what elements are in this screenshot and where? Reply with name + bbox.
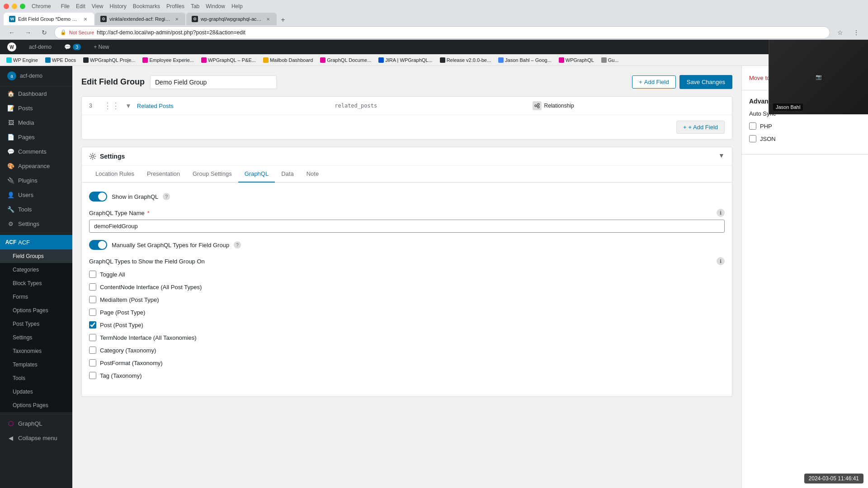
back-button[interactable]: ←: [5, 26, 18, 39]
site-name-item[interactable]: acf-demo: [25, 40, 55, 54]
manually-set-help[interactable]: ?: [234, 241, 241, 249]
wp-logo-item[interactable]: W: [4, 40, 20, 54]
show-in-graphql-help[interactable]: ?: [163, 193, 170, 200]
settings-header[interactable]: Settings ▲: [82, 147, 732, 166]
browser-menu-edit[interactable]: Edit: [76, 3, 85, 9]
tab-presentation[interactable]: Presentation: [141, 166, 186, 183]
checkbox-label-page[interactable]: Page (Post Type): [100, 309, 145, 316]
bookmark-wpgraphql[interactable]: WPGraphQL: [556, 56, 597, 64]
auto-sync-php-checkbox[interactable]: [749, 122, 756, 130]
close-dot[interactable]: [4, 4, 9, 9]
drag-handle[interactable]: ⋮⋮: [104, 102, 120, 110]
sidebar-item-templates[interactable]: Templates: [0, 358, 72, 371]
minimize-dot[interactable]: [12, 4, 17, 9]
manually-set-toggle[interactable]: [89, 240, 107, 250]
reload-button[interactable]: ↻: [38, 26, 51, 39]
browser-tab-2[interactable]: ⚙ vinkla/extended-acf: Registe... ✕: [95, 13, 185, 25]
address-bar[interactable]: 🔒 Not Secure http://acf-demo.local/wp-ad…: [54, 26, 830, 39]
bookmark-employee[interactable]: Employee Experie...: [140, 56, 196, 64]
sidebar-item-comments[interactable]: 💬 Comments: [0, 144, 72, 159]
show-in-graphql-toggle[interactable]: [89, 192, 107, 202]
tab-close-1[interactable]: ✕: [82, 16, 89, 22]
browser-menu-window[interactable]: Window: [206, 3, 225, 9]
tab-location-rules[interactable]: Location Rules: [89, 166, 141, 183]
add-field-inline-button[interactable]: + + Add Field: [676, 121, 725, 134]
save-changes-button[interactable]: Save Changes: [679, 75, 732, 89]
checkbox-post-format[interactable]: [89, 359, 96, 366]
graphql-types-info[interactable]: ℹ: [717, 257, 725, 265]
browser-menu-bookmarks[interactable]: Bookmarks: [133, 3, 160, 9]
graphql-type-name-info[interactable]: ℹ: [717, 209, 725, 217]
auto-sync-php-label[interactable]: PHP: [760, 123, 772, 130]
sidebar-item-acf-settings[interactable]: Settings: [0, 331, 72, 344]
sidebar-item-appearance[interactable]: 🎨 Appearance: [0, 159, 72, 173]
field-group-name-input[interactable]: [150, 75, 277, 89]
browser-menu-file[interactable]: File: [61, 3, 70, 9]
checkbox-post[interactable]: [89, 321, 96, 328]
maximize-dot[interactable]: [20, 4, 25, 9]
bookmark-jason[interactable]: Jason Bahl – Goog...: [495, 56, 554, 64]
graphql-type-name-input[interactable]: [89, 220, 725, 233]
checkbox-label-toggle-all[interactable]: Toggle All: [100, 271, 125, 278]
checkbox-toggle-all[interactable]: [89, 271, 96, 278]
sidebar-item-updates[interactable]: Updates: [0, 385, 72, 399]
sidebar-item-graphql[interactable]: ⬡ GraphQL: [0, 416, 72, 431]
sidebar-item-post-types[interactable]: Post Types: [0, 317, 72, 331]
tab-close-2[interactable]: ✕: [174, 16, 180, 22]
browser-menu-tab[interactable]: Tab: [191, 3, 199, 9]
sidebar-item-acf[interactable]: ACF ACF: [0, 235, 72, 249]
bookmark-mailbob[interactable]: Mailbob Dashboard: [260, 56, 316, 64]
add-field-button[interactable]: + Add Field: [632, 75, 676, 89]
browser-tab-active[interactable]: W Edit Field Group *Demo Field... ✕: [4, 13, 94, 25]
sidebar-item-block-types[interactable]: Block Types: [0, 277, 72, 290]
auto-sync-json-checkbox[interactable]: [749, 135, 756, 142]
sidebar-item-acf-tools[interactable]: Tools: [0, 371, 72, 385]
checkbox-label-content-node[interactable]: ContentNode Interface (All Post Types): [100, 284, 202, 291]
bookmark-button[interactable]: ☆: [834, 26, 846, 39]
sidebar-item-tools[interactable]: 🔧 Tools: [0, 202, 72, 216]
browser-menu-history[interactable]: History: [110, 3, 127, 9]
sidebar-item-collapse[interactable]: ◀ Collapse menu: [0, 431, 72, 445]
checkbox-category[interactable]: [89, 347, 96, 354]
sidebar-item-users[interactable]: 👤 Users: [0, 188, 72, 202]
sidebar-item-field-groups[interactable]: Field Groups: [0, 249, 72, 263]
checkbox-content-node[interactable]: [89, 283, 96, 291]
sidebar-item-forms[interactable]: Forms: [0, 290, 72, 304]
sidebar-item-options-pages[interactable]: Options Pages: [0, 304, 72, 317]
tab-note[interactable]: Note: [300, 166, 325, 183]
checkbox-tag[interactable]: [89, 372, 96, 379]
checkbox-page[interactable]: [89, 309, 96, 316]
bookmark-jira[interactable]: JIRA | WPGraphQL...: [376, 56, 435, 64]
settings-button[interactable]: ⋮: [850, 26, 863, 39]
checkbox-label-media-item[interactable]: MediaItem (Post Type): [100, 296, 159, 303]
sidebar-item-posts[interactable]: 📝 Posts: [0, 101, 72, 115]
sidebar-item-options-pages-2[interactable]: Options Pages: [0, 399, 72, 412]
bookmark-gu[interactable]: Gu...: [599, 56, 622, 64]
checkbox-term-node[interactable]: [89, 334, 96, 341]
forward-button[interactable]: →: [22, 26, 34, 39]
tab-graphql[interactable]: GraphQL: [238, 166, 275, 183]
bookmark-wpgraphql-pae[interactable]: WPGraphQL – P&E...: [198, 56, 259, 64]
checkbox-label-term-node[interactable]: TermNode Interface (All Taxonomies): [100, 334, 197, 341]
browser-menu-view[interactable]: View: [92, 3, 104, 9]
field-name-link[interactable]: Related Posts: [137, 103, 329, 109]
tab-close-3[interactable]: ✕: [265, 16, 271, 22]
checkbox-media-item[interactable]: [89, 296, 96, 303]
sidebar-item-media[interactable]: 🖼 Media: [0, 115, 72, 130]
expand-icon[interactable]: ▼: [125, 102, 132, 109]
sidebar-item-settings[interactable]: ⚙ Settings: [0, 216, 72, 231]
bookmark-release[interactable]: Release v2.0.0-be...: [437, 56, 494, 64]
checkbox-label-tag[interactable]: Tag (Taxonomy): [100, 372, 142, 379]
settings-collapse-icon[interactable]: ▲: [718, 153, 725, 160]
sidebar-item-dashboard[interactable]: 🏠 Dashboard: [0, 86, 72, 101]
bookmark-graphql-docs[interactable]: GraphQL Docume...: [317, 56, 374, 64]
new-tab-button[interactable]: +: [278, 14, 288, 25]
bookmark-wpgraphql-proje[interactable]: WPGraphQL Proje...: [80, 56, 138, 64]
sidebar-item-plugins[interactable]: 🔌 Plugins: [0, 173, 72, 188]
tab-data[interactable]: Data: [275, 166, 300, 183]
sidebar-item-categories[interactable]: Categories: [0, 263, 72, 277]
sidebar-item-taxonomies[interactable]: Taxonomies: [0, 344, 72, 358]
sidebar-item-pages[interactable]: 📄 Pages: [0, 130, 72, 144]
browser-tab-3[interactable]: ⚙ wp-graphql/wpgraphql-acf:... ✕: [186, 13, 277, 25]
checkbox-label-category[interactable]: Category (Taxonomy): [100, 347, 156, 354]
